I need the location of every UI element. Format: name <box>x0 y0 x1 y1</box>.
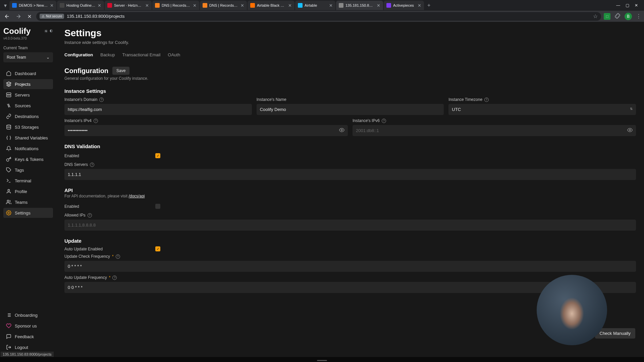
tab-close-icon[interactable]: ✕ <box>288 3 292 8</box>
sidebar-item-tags[interactable]: Tags <box>3 165 53 175</box>
domain-label: Instance's Domain? <box>64 97 252 102</box>
nav-label: Notifications <box>15 146 39 151</box>
tab-close-icon[interactable]: ✕ <box>418 3 421 8</box>
eye-icon[interactable] <box>627 127 633 134</box>
browser-tab[interactable]: DNS | Records | tealf✕ <box>152 1 199 10</box>
sidebar-item-terminal[interactable]: Terminal <box>3 176 53 186</box>
team-select[interactable]: Root Team ⌄ <box>3 52 53 62</box>
nav-label: Servers <box>15 93 30 98</box>
tab-transactional-email[interactable]: Transactional Email <box>122 52 161 59</box>
menu-icon[interactable]: ⋮ <box>636 13 641 19</box>
home-icon <box>6 71 11 76</box>
sidebar-item-s3-storages[interactable]: S3 Storages <box>3 122 53 132</box>
tab-close-icon[interactable]: ✕ <box>193 3 197 8</box>
instance-settings-heading: Instance Settings <box>64 88 636 94</box>
profile-avatar[interactable]: B <box>625 13 632 20</box>
info-icon[interactable]: ? <box>99 98 104 102</box>
allowed-ips-input[interactable] <box>64 220 636 231</box>
maximize-button[interactable]: ▢ <box>626 3 629 8</box>
browser-tab[interactable]: Airtable✕ <box>295 1 335 10</box>
api-enabled-checkbox[interactable] <box>155 204 160 209</box>
forward-button[interactable] <box>14 12 23 21</box>
tab-close-icon[interactable]: ✕ <box>329 3 333 8</box>
sidebar-item-notifications[interactable]: Notifications <box>3 143 53 154</box>
sidebar-item-onboarding[interactable]: Onboarding <box>3 310 53 320</box>
timezone-select[interactable] <box>448 104 636 115</box>
sidebar-item-destinations[interactable]: Destinations <box>3 111 53 121</box>
tab-close-icon[interactable]: ✕ <box>98 3 101 8</box>
sidebar-item-servers[interactable]: Servers <box>3 90 53 100</box>
sidebar-item-dashboard[interactable]: Dashboard <box>3 68 53 78</box>
logout-icon <box>6 345 11 350</box>
url-input[interactable]: ⚠ Not secure 135.181.150.83:8000/project… <box>36 12 601 21</box>
ipv4-input[interactable] <box>64 125 348 136</box>
svg-point-6 <box>8 212 9 214</box>
browser-tab[interactable]: 135.181.150.83:8000✕ <box>336 1 383 10</box>
tab-oauth[interactable]: OAuth <box>168 52 180 59</box>
layers-icon <box>6 81 11 87</box>
sidebar-item-keys-&-tokens[interactable]: Keys & Tokens <box>3 154 53 164</box>
tab-title: Airtable <box>305 3 327 7</box>
info-icon[interactable]: ? <box>484 98 489 102</box>
reload-button[interactable] <box>25 12 34 20</box>
auto-update-checkbox[interactable]: ✓ <box>155 246 160 251</box>
url-bar: ⚠ Not secure 135.181.150.83:8000/project… <box>0 11 644 22</box>
dns-servers-input[interactable] <box>64 169 636 180</box>
bookmark-icon[interactable]: ☆ <box>593 13 598 19</box>
back-button[interactable] <box>3 12 11 21</box>
info-icon[interactable]: ? <box>116 254 120 259</box>
new-tab-button[interactable]: + <box>425 2 433 8</box>
browser-chrome: ▾ DEMOS > New | Coo✕Hosting Outline - Ou… <box>0 0 644 22</box>
tab-close-icon[interactable]: ✕ <box>145 3 149 8</box>
name-input[interactable] <box>257 104 444 115</box>
sidebar: Coolify ☀ ◐ v4.0.0-beta.370 Current Team… <box>0 22 56 357</box>
extensions-icon[interactable] <box>614 13 621 20</box>
ipv6-input[interactable] <box>353 125 636 136</box>
nav-label: Teams <box>15 200 28 205</box>
tab-close-icon[interactable]: ✕ <box>377 3 380 8</box>
browser-tab[interactable]: Airtable Black Friday✕ <box>248 1 294 10</box>
save-button[interactable]: Save <box>112 67 129 75</box>
info-icon[interactable]: ? <box>90 163 94 167</box>
info-icon[interactable]: ? <box>112 276 117 280</box>
browser-tab[interactable]: Hosting Outline - Ou✕ <box>57 1 104 10</box>
sidebar-item-feedback[interactable]: Feedback <box>3 331 53 342</box>
brand-logo[interactable]: Coolify <box>3 26 31 36</box>
domain-input[interactable] <box>64 104 252 115</box>
sidebar-item-teams[interactable]: Teams <box>3 197 53 207</box>
sidebar-item-projects[interactable]: Projects <box>3 79 53 89</box>
sidebar-item-settings[interactable]: Settings <box>3 208 53 218</box>
eye-icon[interactable] <box>339 127 344 134</box>
sun-icon[interactable]: ☀ <box>44 28 48 34</box>
tab-close-icon[interactable]: ✕ <box>50 3 54 8</box>
tab-menu-icon[interactable]: ▾ <box>2 2 9 9</box>
tab-title: Hosting Outline - Ou <box>66 3 96 7</box>
svg-point-4 <box>8 189 9 191</box>
users-icon <box>6 199 11 205</box>
browser-tab[interactable]: DNS | Records | bren✕ <box>200 1 247 10</box>
sidebar-item-sources[interactable]: Sources <box>3 101 53 111</box>
info-icon[interactable]: ? <box>382 119 386 123</box>
close-window-button[interactable]: ✕ <box>635 3 638 8</box>
theme-auto-icon[interactable]: ◐ <box>50 28 53 34</box>
sidebar-item-logout[interactable]: Logout <box>3 342 53 352</box>
tab-backup[interactable]: Backup <box>100 52 115 59</box>
browser-tab[interactable]: DEMOS > New | Coo✕ <box>9 1 56 10</box>
dns-enabled-checkbox[interactable]: ✓ <box>155 153 160 158</box>
not-secure-badge[interactable]: ⚠ Not secure <box>40 14 64 19</box>
nav-label: Projects <box>15 82 31 87</box>
update-check-freq-input[interactable] <box>64 261 636 272</box>
api-docs-link[interactable]: /docs/api <box>128 194 145 198</box>
sidebar-item-sponsor-us[interactable]: Sponsor us <box>3 321 53 331</box>
sidebar-item-shared-variables[interactable]: Shared Variables <box>3 133 53 143</box>
browser-tab[interactable]: Server · Hetzner Clo✕ <box>105 1 152 10</box>
sidebar-item-profile[interactable]: Profile <box>3 186 53 196</box>
info-icon[interactable]: ? <box>94 119 98 123</box>
tab-close-icon[interactable]: ✕ <box>240 3 244 8</box>
tab-configuration[interactable]: Configuration <box>64 52 93 59</box>
info-icon[interactable]: ? <box>88 213 92 218</box>
minimize-button[interactable]: — <box>616 3 620 8</box>
extension-icon[interactable]: ⬚ <box>604 13 610 20</box>
auto-update-label: Auto Update Enabled <box>64 247 103 251</box>
browser-tab[interactable]: Activepieces✕ <box>384 1 424 10</box>
